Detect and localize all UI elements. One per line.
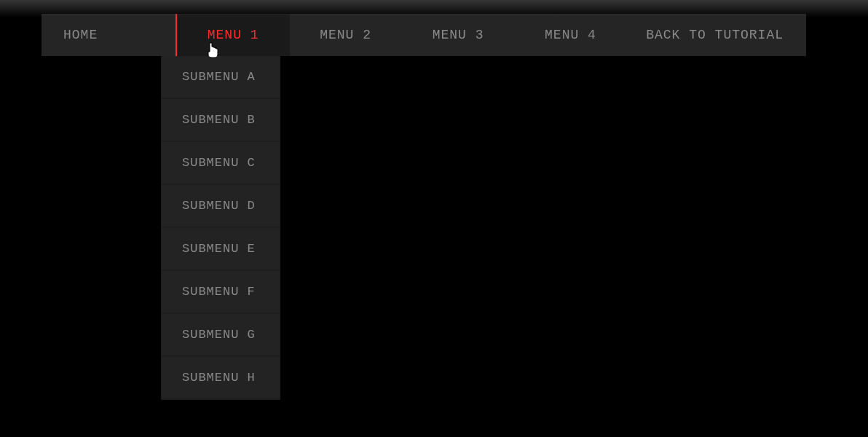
nav-back-to-tutorial[interactable]: BACK TO TUTORIAL (627, 14, 806, 56)
submenu-c-label: SUBMENU C (182, 156, 256, 170)
submenu-g-label: SUBMENU G (182, 328, 256, 342)
submenu-d[interactable]: SUBMENU D (161, 185, 280, 228)
submenu-c[interactable]: SUBMENU C (161, 142, 280, 185)
nav-home-label: HOME (63, 28, 98, 42)
nav-menu-2[interactable]: MENU 2 (290, 14, 402, 56)
nav-back-to-tutorial-label: BACK TO TUTORIAL (646, 28, 784, 42)
nav-menu-1[interactable]: MENU 1 (175, 14, 289, 56)
submenu-a-label: SUBMENU A (182, 70, 256, 84)
submenu-e[interactable]: SUBMENU E (161, 228, 280, 271)
submenu-e-label: SUBMENU E (182, 242, 256, 256)
nav-menu-3[interactable]: MENU 3 (402, 14, 514, 56)
submenu-f-label: SUBMENU F (182, 285, 256, 299)
nav-menu-4-label: MENU 4 (545, 28, 596, 42)
menu-1-dropdown: SUBMENU A SUBMENU B SUBMENU C SUBMENU D … (161, 56, 280, 400)
nav-home[interactable]: HOME (42, 14, 175, 56)
submenu-a[interactable]: SUBMENU A (161, 56, 280, 99)
nav-menu-3-label: MENU 3 (433, 28, 484, 42)
submenu-g[interactable]: SUBMENU G (161, 314, 280, 357)
main-nav: HOME MENU 1 MENU 2 MENU 3 MENU 4 BACK TO… (42, 14, 806, 56)
submenu-f[interactable]: SUBMENU F (161, 271, 280, 314)
submenu-b[interactable]: SUBMENU B (161, 99, 280, 142)
nav-menu-2-label: MENU 2 (320, 28, 371, 42)
nav-menu-1-label: MENU 1 (208, 28, 259, 42)
submenu-d-label: SUBMENU D (182, 199, 256, 213)
submenu-h[interactable]: SUBMENU H (161, 357, 280, 400)
nav-menu-4[interactable]: MENU 4 (515, 14, 627, 56)
submenu-h-label: SUBMENU H (182, 371, 256, 385)
submenu-b-label: SUBMENU B (182, 113, 256, 127)
